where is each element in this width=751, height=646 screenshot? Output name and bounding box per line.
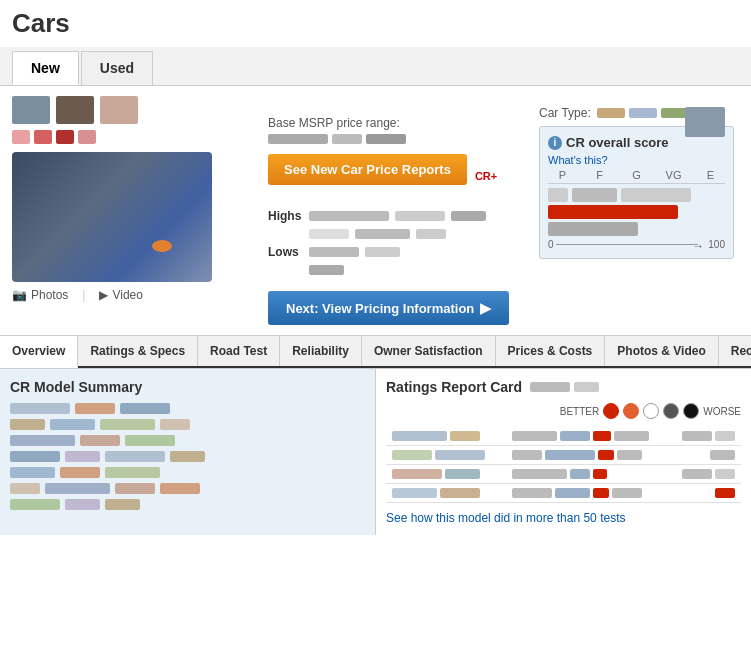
cr-score-photo [685, 107, 725, 137]
tab-used[interactable]: Used [81, 51, 153, 85]
sr-6-2 [45, 483, 110, 494]
sr-5-1 [10, 467, 55, 478]
car-thumb-2[interactable] [56, 96, 94, 124]
car-thumb-3[interactable] [100, 96, 138, 124]
price-report-button[interactable]: See New Car Price Reports [268, 154, 467, 185]
nav-tab-ratings-specs[interactable]: Ratings & Specs [78, 336, 198, 366]
summary-row-3 [10, 435, 365, 446]
worse-label: WORSE [703, 406, 741, 417]
ct-seg-1 [597, 108, 625, 118]
rat-name-4-1 [392, 488, 437, 498]
photos-link[interactable]: 📷 Photos [12, 288, 68, 302]
lows-seg-3 [309, 265, 344, 275]
color-4[interactable] [78, 130, 96, 144]
score-bar-3 [621, 188, 691, 202]
color-2[interactable] [34, 130, 52, 144]
sr-2-1 [10, 419, 45, 430]
ratings-row-4 [386, 484, 741, 503]
ratings-title-row: Ratings Report Card [386, 379, 741, 395]
rrs-1-1 [682, 431, 712, 441]
nav-tab-reliability[interactable]: Reliability [280, 336, 362, 366]
rb-1-3 [614, 431, 649, 441]
rat-name-seg-1 [392, 431, 447, 441]
better-label: BETTER [560, 406, 599, 417]
legend-dark [663, 403, 679, 419]
rrs-3-2 [715, 469, 735, 479]
sr-1-1 [10, 403, 70, 414]
nav-tab-recalls[interactable]: Recalls [719, 336, 751, 366]
car-image [12, 152, 212, 282]
rat-bars-1 [506, 427, 676, 446]
cr-model-summary: CR Model Summary [0, 369, 376, 535]
media-divider: | [82, 288, 85, 302]
car-thumb-1[interactable] [12, 96, 50, 124]
car-color-bar [12, 130, 96, 144]
rb-1-red [593, 431, 611, 441]
ratings-report: Ratings Report Card BETTER WORSE [376, 369, 751, 535]
ct-seg-2 [629, 108, 657, 118]
color-3[interactable] [56, 130, 74, 144]
see-more-link[interactable]: See how this model did in more than 50 t… [386, 511, 741, 525]
msrp-seg-2 [332, 134, 362, 144]
summary-rows [10, 403, 365, 510]
highs-seg-3 [451, 211, 486, 221]
highs-seg-5 [355, 229, 410, 239]
rb-3-red [593, 469, 607, 479]
rat-name-2-1 [392, 450, 432, 460]
rb-1-2 [560, 431, 590, 441]
ratings-title-segs [530, 382, 599, 392]
rb-1-1 [512, 431, 557, 441]
whats-this-link[interactable]: What's this? [548, 154, 608, 166]
rb-4-3 [612, 488, 642, 498]
nav-tab-owner-satisfaction[interactable]: Owner Satisfaction [362, 336, 496, 366]
car-image-detail [152, 240, 172, 252]
car-left: 📷 Photos | ▶ Video [12, 96, 252, 302]
tab-new[interactable]: New [12, 51, 79, 85]
sr-6-1 [10, 483, 40, 494]
sr-6-4 [160, 483, 200, 494]
color-1[interactable] [12, 130, 30, 144]
rat-bars-4 [506, 484, 676, 503]
legend-red [603, 403, 619, 419]
cr-info-icon[interactable]: i [548, 136, 562, 150]
sr-2-2 [50, 419, 95, 430]
legend-white [643, 403, 659, 419]
nav-tab-prices-costs[interactable]: Prices & Costs [496, 336, 606, 366]
top-tabs-bar: New Used [0, 47, 751, 86]
nav-tab-overview[interactable]: Overview [0, 336, 78, 368]
sr-5-3 [105, 467, 160, 478]
next-pricing-button[interactable]: Next: View Pricing Information ▶ [268, 291, 509, 325]
rat-name-seg-2 [450, 431, 480, 441]
score-range: 0 → 100 [548, 239, 725, 250]
rrs-1-2 [715, 431, 735, 441]
sr-4-4 [170, 451, 205, 462]
sr-3-1 [10, 435, 75, 446]
car-media-links: 📷 Photos | ▶ Video [12, 288, 143, 302]
score-bar-gray2 [548, 222, 638, 236]
score-line: → [556, 244, 699, 245]
cr-grades: P F G VG E [548, 169, 725, 184]
nav-tab-photos-video[interactable]: Photos & Video [605, 336, 718, 366]
next-arrow-icon: ▶ [480, 300, 491, 316]
highs-label: Highs [268, 209, 303, 223]
sr-5-2 [60, 467, 100, 478]
highs-row: Highs Lows [268, 209, 523, 275]
ratings-table [386, 427, 741, 503]
rt-seg-1 [530, 382, 570, 392]
rat-name-2 [386, 446, 506, 465]
sr-7-1 [10, 499, 60, 510]
photos-label: Photos [31, 288, 68, 302]
sr-3-2 [80, 435, 120, 446]
ratings-title: Ratings Report Card [386, 379, 522, 395]
nav-tab-road-test[interactable]: Road Test [198, 336, 280, 366]
nav-tabs: Overview Ratings & Specs Road Test Relia… [0, 335, 751, 368]
ratings-row-2 [386, 446, 741, 465]
video-link[interactable]: ▶ Video [99, 288, 142, 302]
cr-plus-badge: CR+ [475, 170, 497, 182]
rat-right-3 [676, 465, 741, 484]
rat-right-4 [676, 484, 741, 503]
sr-4-3 [105, 451, 165, 462]
summary-row-1 [10, 403, 365, 414]
bottom-section: CR Model Summary [0, 368, 751, 535]
score-start: 0 [548, 239, 554, 250]
